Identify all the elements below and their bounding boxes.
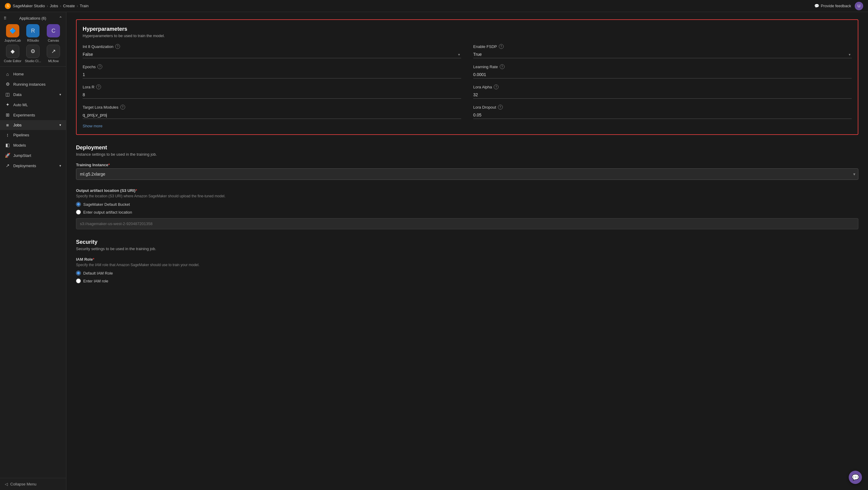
sidebar-item-pipelines[interactable]: ⫶ Pipelines [0, 130, 66, 140]
apps-grid: 🔷 JupyterLab R RStudio C Canvas ◆ Code E… [4, 24, 62, 63]
topbar-right: 💬 Provide feedback U [814, 2, 863, 10]
epochs-input[interactable] [83, 71, 461, 79]
deployments-icon: ↗ [5, 163, 10, 169]
training-instance-block: Training Instance* ml.g5.2xlarge ml.g5.4… [76, 163, 858, 180]
app-item-rstudio[interactable]: R RStudio [24, 24, 42, 42]
lora-dropout-help-icon[interactable]: ? [498, 105, 503, 110]
jumpstart-icon: 🚀 [5, 153, 10, 158]
main-content: Hyperparameters Hyperparameters to be us… [66, 12, 868, 490]
s3-uri-input[interactable] [76, 218, 858, 229]
field-target-lora-modules: Target Lora Modules ? [83, 105, 461, 119]
output-default-bucket-label: SageMaker Default Bucket [83, 202, 130, 207]
feedback-button[interactable]: 💬 Provide feedback [814, 4, 851, 8]
field-fsdp-label: Enable FSDP ? [473, 44, 852, 49]
experiments-icon: ⊞ [5, 112, 10, 118]
epochs-help-icon[interactable]: ? [97, 64, 102, 69]
sidebar-item-pipelines-label: Pipelines [13, 133, 29, 137]
breadcrumb-jobs[interactable]: Jobs [50, 4, 58, 8]
sidebar-item-experiments-label: Experiments [13, 113, 35, 117]
field-learning-rate: Learning Rate ? [473, 64, 852, 79]
lora-r-input[interactable] [83, 91, 461, 99]
field-epochs-label: Epochs ? [83, 64, 461, 69]
sidebar-item-jobs-label: Jobs [13, 123, 22, 127]
iam-default-radio[interactable] [76, 271, 81, 275]
int8-select[interactable]: False True [83, 51, 461, 58]
sidebar-item-home[interactable]: ⌂ Home [0, 69, 66, 79]
apps-section: ⠿ Applications (6) ⌃ 🔷 JupyterLab R RStu… [0, 12, 66, 67]
app-item-studio-classic[interactable]: ⚙ Studio Cl... [24, 45, 42, 63]
field-lora-alpha-label: Lora Alpha ? [473, 85, 852, 89]
sidebar-item-experiments[interactable]: ⊞ Experiments [0, 110, 66, 120]
app-item-canvas[interactable]: C Canvas [44, 24, 62, 42]
field-int8-quantization: Int 8 Quantization ? False True ▾ [83, 44, 461, 58]
sidebar-item-deployments-label: Deployments [13, 163, 36, 168]
home-icon: ⌂ [5, 71, 10, 76]
output-default-bucket-radio[interactable] [76, 202, 81, 207]
sidebar-item-models-label: Models [13, 143, 26, 148]
collapse-menu-button[interactable]: ◁ Collapse Menu [0, 478, 66, 490]
training-instance-required-marker: * [108, 163, 110, 167]
output-artifact-label: Output artifact location (S3 URI)* [76, 188, 858, 193]
sidebar-item-running-instances[interactable]: ⚙ Running instances [0, 79, 66, 89]
iam-default-option[interactable]: Default IAM Role [76, 271, 858, 275]
breadcrumb-train: Train [80, 4, 88, 8]
app-item-code-editor[interactable]: ◆ Code Editor [4, 45, 22, 63]
sidebar-item-automl[interactable]: ✦ Auto ML [0, 99, 66, 110]
iam-default-label: Default IAM Role [83, 271, 113, 275]
hyperparameters-desc: Hyperparameters to be used to train the … [83, 33, 852, 38]
apps-toggle-button[interactable]: ⌃ [59, 16, 62, 21]
lora-alpha-help-icon[interactable]: ? [494, 85, 499, 89]
lora-r-help-icon[interactable]: ? [96, 85, 101, 89]
output-artifact-radio-group: SageMaker Default Bucket Enter output ar… [76, 202, 858, 215]
iam-role-block: IAM Role* Specify the IAM role that Amaz… [76, 257, 858, 283]
field-enable-fsdp: Enable FSDP ? True False ▾ [473, 44, 852, 58]
output-default-bucket-option[interactable]: SageMaker Default Bucket [76, 202, 858, 207]
rstudio-label: RStudio [27, 39, 39, 42]
sidebar-item-jumpstart[interactable]: 🚀 JumpStart [0, 150, 66, 160]
target-lora-modules-input[interactable] [83, 111, 461, 119]
studio-classic-label: Studio Cl... [25, 59, 41, 63]
fsdp-help-icon[interactable]: ? [499, 44, 504, 49]
training-instance-select[interactable]: ml.g5.2xlarge ml.g5.4xlarge ml.g5.8xlarg… [76, 169, 858, 180]
output-custom-location-radio[interactable] [76, 210, 81, 215]
output-required-marker: * [135, 188, 137, 193]
app-item-jupyterlab[interactable]: 🔷 JupyterLab [4, 24, 22, 42]
output-custom-location-option[interactable]: Enter output artifact location [76, 210, 858, 215]
running-instances-icon: ⚙ [5, 82, 10, 87]
sidebar-item-data[interactable]: ◫ Data ▾ [0, 89, 66, 99]
collapse-icon: ◁ [5, 482, 8, 486]
iam-role-radio-group: Default IAM Role Enter IAM role [76, 271, 858, 283]
learning-rate-input[interactable] [473, 71, 852, 79]
collapse-label: Collapse Menu [10, 482, 36, 486]
fsdp-select[interactable]: True False [473, 51, 852, 58]
iam-role-desc: Specify the IAM role that Amazon SageMak… [76, 263, 858, 267]
iam-custom-option[interactable]: Enter IAM role [76, 278, 858, 283]
sidebar-item-jobs[interactable]: ≡ Jobs ▾ [0, 120, 66, 130]
sidebar-item-models[interactable]: ◧ Models [0, 140, 66, 150]
show-more-button[interactable]: Show more [83, 124, 102, 128]
breadcrumb-create[interactable]: Create [63, 4, 75, 8]
learning-rate-help-icon[interactable]: ? [500, 64, 504, 69]
hyperparameters-section: Hyperparameters Hyperparameters to be us… [76, 19, 858, 135]
breadcrumb: S SageMaker Studio › Jobs › Create › Tra… [5, 3, 89, 9]
field-learning-rate-label: Learning Rate ? [473, 64, 852, 69]
sidebar-item-automl-label: Auto ML [13, 102, 28, 107]
jupyterlab-label: JupyterLab [4, 39, 21, 42]
int8-help-icon[interactable]: ? [115, 44, 120, 49]
training-instance-label: Training Instance* [76, 163, 858, 167]
security-title: Security [76, 239, 858, 245]
automl-icon: ✦ [5, 102, 10, 108]
lora-alpha-input[interactable] [473, 91, 852, 99]
deployment-desc: Instance settings to be used in the trai… [76, 152, 858, 157]
chat-bubble-button[interactable]: 💬 [849, 471, 862, 484]
brand-label: SageMaker Studio [13, 4, 45, 8]
sidebar-item-deployments[interactable]: ↗ Deployments ▾ [0, 160, 66, 171]
target-lora-help-icon[interactable]: ? [120, 105, 125, 110]
field-lora-dropout: Lora Dropout ? [473, 105, 852, 119]
studio-classic-icon: ⚙ [26, 45, 39, 58]
iam-custom-radio[interactable] [76, 278, 81, 283]
avatar[interactable]: U [855, 2, 863, 10]
app-item-mlflow[interactable]: ↗ MLflow [44, 45, 62, 63]
int8-select-wrapper: False True ▾ [83, 51, 461, 58]
lora-dropout-input[interactable] [473, 111, 852, 119]
